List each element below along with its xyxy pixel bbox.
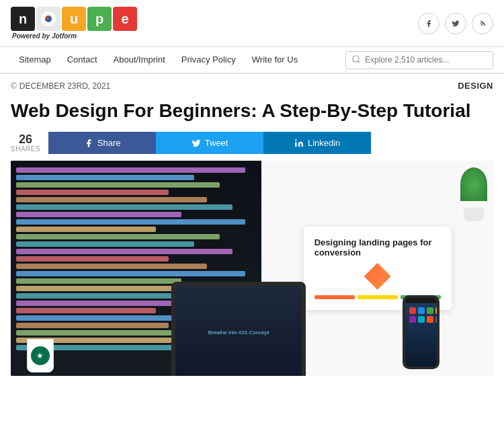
hero-card-shape [364, 263, 391, 290]
svg-point-4 [295, 139, 296, 141]
search-box[interactable] [345, 51, 493, 69]
site-header: n u p e Powered by Jotform [0, 0, 504, 47]
share-bar: 26 SHARES Share Tweet Linkedin [0, 132, 504, 161]
svg-point-0 [480, 26, 480, 26]
logo-tile-e: e [113, 7, 137, 31]
article-date: © DECEMBER 23RD, 2021 [11, 81, 110, 91]
nav-contact[interactable]: Contact [59, 46, 106, 73]
hero-card-title: Designing landing pages for conversion [314, 237, 441, 258]
linkedin-share-label: Linkedin [308, 138, 340, 148]
facebook-social-icon[interactable] [418, 13, 439, 34]
social-icons [418, 13, 493, 34]
main-nav: Sitemap Contact About/Imprint Privacy Po… [0, 47, 504, 74]
svg-rect-3 [295, 142, 296, 147]
article-meta: © DECEMBER 23RD, 2021 DESIGN [0, 74, 504, 95]
tablet-screen-text: Breathe into iOS Concept [208, 329, 269, 336]
rss-social-icon[interactable] [472, 13, 493, 34]
hero-image: Designing landing pages for conversion ★… [11, 161, 493, 376]
facebook-share-label: Share [97, 138, 121, 148]
article-title: Web Design For Beginners: A Step-By-Step… [0, 95, 504, 132]
share-count: 26 SHARES [11, 133, 40, 153]
facebook-share-button[interactable]: Share [48, 132, 156, 154]
share-number: 26 [19, 133, 32, 145]
logo-tile-u: u [62, 7, 86, 31]
nav-links: Sitemap Contact About/Imprint Privacy Po… [11, 46, 306, 73]
powered-by-label: Powered by Jotform [12, 32, 77, 40]
twitter-share-label: Tweet [205, 138, 228, 148]
hero-phone [403, 295, 439, 369]
logo-tile-n: n [11, 7, 35, 31]
hero-tablet: Breathe into iOS Concept [171, 282, 306, 376]
svg-point-1 [353, 55, 359, 61]
share-label: SHARES [11, 145, 40, 153]
twitter-social-icon[interactable] [445, 13, 466, 34]
hero-phone-screen [405, 303, 437, 369]
article-category: DESIGN [458, 81, 493, 91]
nav-sitemap[interactable]: Sitemap [11, 46, 59, 73]
twitter-share-button[interactable]: Tweet [156, 132, 263, 154]
hero-coffee-cup: ★ [22, 325, 58, 373]
nav-privacy[interactable]: Privacy Policy [173, 46, 244, 73]
search-input[interactable] [365, 55, 487, 65]
logo-area: n u p e Powered by Jotform [11, 7, 137, 40]
logo[interactable]: n u p e [11, 7, 137, 31]
nav-write-for-us[interactable]: Write for Us [244, 46, 306, 73]
logo-tile-o [36, 7, 60, 31]
copyright-icon: © [11, 81, 17, 91]
plant-decoration [457, 167, 491, 221]
svg-line-2 [358, 61, 360, 63]
search-icon [351, 54, 361, 66]
nav-about[interactable]: About/Imprint [106, 46, 173, 73]
logo-tile-p: p [87, 7, 112, 31]
linkedin-share-button[interactable]: Linkedin [263, 132, 371, 154]
starbucks-icon: ★ [36, 351, 44, 360]
